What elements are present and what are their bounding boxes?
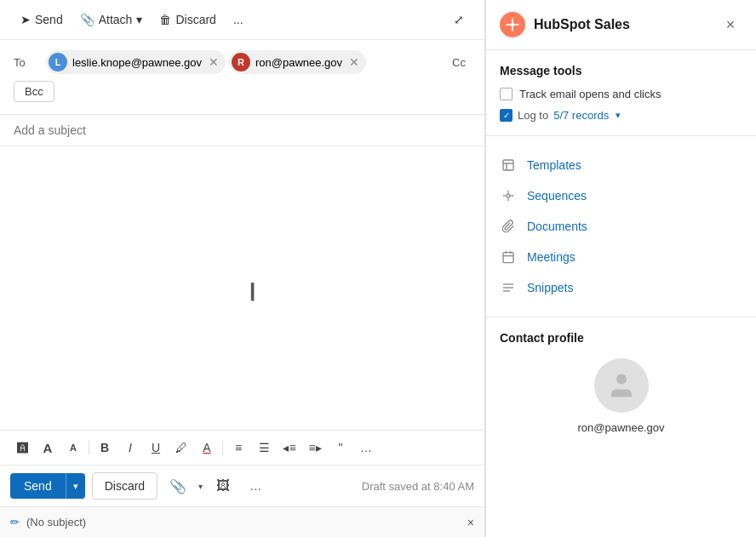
- message-tools-title: Message tools: [500, 64, 742, 77]
- avatar-leslie: L: [49, 53, 67, 71]
- font-color-button[interactable]: A: [195, 436, 219, 460]
- log-to-checkbox[interactable]: ✓: [500, 109, 513, 122]
- draft-status: Draft saved at 8:40 AM: [362, 480, 474, 493]
- remove-leslie-button[interactable]: ✕: [209, 56, 219, 68]
- svg-rect-9: [503, 253, 513, 263]
- attach-action-icon: 📎: [169, 478, 186, 494]
- trash-icon: 🗑: [159, 13, 171, 26]
- send-arrow-icon: ➤: [20, 13, 31, 26]
- discard-button[interactable]: 🗑 Discard: [152, 9, 222, 31]
- format-more-button[interactable]: …: [354, 436, 378, 460]
- send-toolbar-button[interactable]: ➤ Send: [14, 9, 70, 31]
- status-close-button[interactable]: ×: [467, 516, 474, 529]
- meetings-icon: [500, 249, 517, 266]
- status-bar: ✏ (No subject) ×: [0, 506, 484, 537]
- bold-icon: B: [100, 441, 109, 454]
- attach-dropdown-button[interactable]: ▾: [198, 482, 203, 491]
- indent-decrease-button[interactable]: ◂≡: [278, 436, 301, 460]
- send-button[interactable]: Send: [10, 473, 66, 499]
- sequences-label: Sequences: [527, 189, 587, 203]
- insert-image-button[interactable]: 🖼: [209, 472, 237, 500]
- edit-icon: ✏: [10, 516, 20, 528]
- send-dropdown-button[interactable]: ▾: [66, 473, 85, 499]
- templates-label: Templates: [527, 158, 581, 172]
- subject-input[interactable]: [14, 123, 471, 137]
- bold-button[interactable]: B: [93, 436, 117, 460]
- indent-decrease-icon: ◂≡: [283, 441, 295, 454]
- send-action-row: Send ▾ Discard 📎 ▾ 🖼 … Draft saved at 8:…: [0, 465, 484, 506]
- contact-email: ron@pawnee.gov: [500, 421, 742, 434]
- align-button[interactable]: ≡: [226, 436, 250, 460]
- highlight-icon: 🖊: [175, 441, 187, 454]
- format-more-icon: …: [360, 441, 372, 454]
- list-icon: ☰: [259, 441, 270, 454]
- paperclip-icon: 📎: [80, 13, 94, 26]
- indent-increase-icon: ≡▸: [308, 441, 321, 454]
- send-toolbar-label: Send: [35, 13, 63, 26]
- italic-button[interactable]: I: [118, 436, 142, 460]
- tool-item-snippets[interactable]: Snippets: [500, 272, 742, 303]
- send-row-more-button[interactable]: …: [243, 474, 267, 498]
- tool-item-templates[interactable]: Templates: [500, 150, 742, 180]
- log-dropdown-icon[interactable]: ▾: [616, 110, 621, 121]
- log-to-row: ✓ Log to 5/7 records ▾: [500, 109, 742, 122]
- track-email-row: Track email opens and clicks: [500, 88, 742, 100]
- list-button[interactable]: ☰: [252, 436, 276, 460]
- quote-button[interactable]: ": [329, 436, 352, 460]
- hubspot-logo: [500, 12, 525, 37]
- tool-item-sequences[interactable]: Sequences: [500, 180, 742, 211]
- attach-label: Attach: [99, 13, 133, 26]
- remove-ron-button[interactable]: ✕: [349, 56, 359, 68]
- svg-point-8: [507, 194, 510, 197]
- tool-item-documents[interactable]: Documents: [500, 211, 742, 242]
- popout-icon: ⤢: [454, 13, 464, 26]
- templates-icon: [500, 157, 517, 174]
- contact-profile-title: Contact profile: [500, 331, 742, 345]
- email-body[interactable]: ▎: [0, 146, 484, 430]
- cc-button[interactable]: Cc: [447, 54, 471, 71]
- format-separator-2: [222, 440, 223, 455]
- recipients-area: To L leslie.knope@pawnee.gov ✕ R ron@paw…: [0, 40, 484, 115]
- send-chevron-icon: ▾: [73, 481, 78, 491]
- contact-avatar: [594, 358, 649, 413]
- log-to-label: Log to: [518, 109, 548, 122]
- bcc-button[interactable]: Bcc: [14, 81, 54, 102]
- contact-profile-section: Contact profile ron@pawnee.gov: [486, 317, 756, 448]
- clear-format-icon: 🅰: [17, 442, 28, 454]
- italic-icon: I: [129, 441, 132, 454]
- recipient-email-ron: ron@pawnee.gov: [255, 56, 342, 69]
- highlight-button[interactable]: 🖊: [169, 436, 193, 460]
- underline-button[interactable]: U: [144, 436, 168, 460]
- font-size-down-button[interactable]: A: [61, 436, 85, 460]
- more-dots-icon: ...: [233, 13, 243, 26]
- bcc-row: Bcc: [14, 77, 471, 107]
- underline-icon: U: [152, 441, 160, 454]
- indent-increase-button[interactable]: ≡▸: [303, 436, 327, 460]
- hubspot-close-button[interactable]: ×: [719, 13, 742, 37]
- attach-chevron-icon: ▾: [136, 13, 142, 26]
- svg-rect-5: [503, 160, 513, 170]
- recipient-chips: L leslie.knope@pawnee.gov ✕ R ron@pawnee…: [46, 50, 440, 74]
- hubspot-logo-icon: [505, 17, 520, 32]
- clear-format-button[interactable]: 🅰: [10, 436, 34, 460]
- sequences-icon: [500, 187, 517, 204]
- quote-icon: ": [339, 441, 343, 454]
- font-size-up-button[interactable]: A: [36, 436, 60, 460]
- font-size-down-icon: A: [70, 443, 77, 453]
- log-records-link[interactable]: 5/7 records: [553, 109, 609, 122]
- contact-avatar-icon: [606, 370, 637, 401]
- popout-button[interactable]: ⤢: [447, 9, 471, 31]
- tool-item-meetings[interactable]: Meetings: [500, 242, 742, 272]
- attach-button[interactable]: 📎 Attach ▾: [73, 9, 150, 31]
- track-email-checkbox[interactable]: [500, 88, 513, 100]
- svg-point-0: [511, 23, 515, 27]
- cursor-indicator: ▎: [251, 283, 253, 294]
- attach-action-button[interactable]: 📎: [164, 472, 192, 500]
- discard-action-button[interactable]: Discard: [92, 472, 158, 500]
- track-email-label: Track email opens and clicks: [519, 88, 661, 100]
- more-toolbar-button[interactable]: ...: [226, 9, 250, 31]
- email-compose: ➤ Send 📎 Attach ▾ 🗑 Discard ... ⤢ To L: [0, 0, 485, 537]
- recipient-chip-leslie: L leslie.knope@pawnee.gov ✕: [46, 50, 226, 74]
- format-toolbar: 🅰 A A B I U 🖊 A ≡ ☰ ◂≡: [0, 430, 484, 465]
- snippets-icon: [500, 279, 517, 296]
